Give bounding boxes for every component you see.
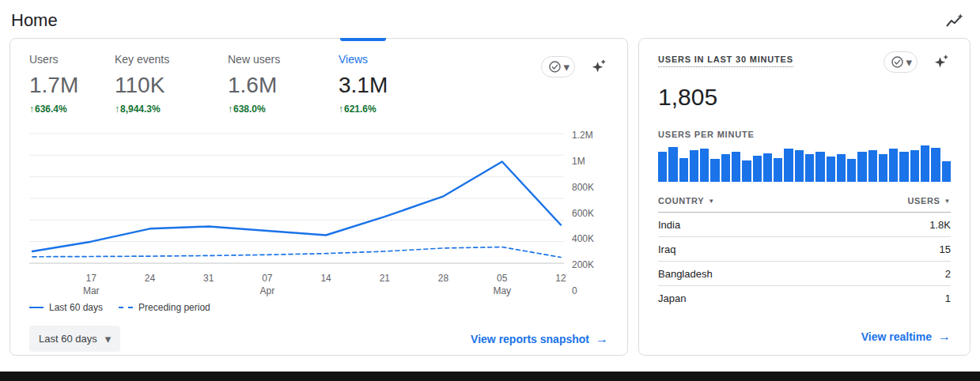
country-cell: Iraq — [658, 243, 675, 255]
users-per-minute-label: USERS PER MINUTE — [658, 130, 951, 139]
x-axis-tick: 14 — [320, 272, 331, 285]
x-axis-tick: 17Mar — [83, 272, 100, 297]
minute-bar — [658, 152, 667, 182]
users-column-header[interactable]: USERS ▼ — [908, 196, 951, 206]
realtime-table-header: COUNTRY ▼ USERS ▼ — [658, 196, 951, 213]
metric-tab-new-users[interactable]: New users 1.6M ↑638.0% — [228, 53, 339, 115]
minute-bar — [690, 150, 698, 182]
metric-value: 1.6M — [228, 73, 339, 98]
minute-bar — [847, 159, 856, 182]
check-circle-icon — [548, 60, 562, 74]
home-overview-card: Users 1.7M ↑636.4% Key events 110K ↑8,94… — [9, 38, 628, 356]
minute-bar — [795, 150, 804, 182]
metric-label: Key events — [115, 53, 228, 66]
metric-tab-key-events[interactable]: Key events 110K ↑8,944.3% — [115, 53, 228, 115]
x-axis-tick: 24 — [145, 272, 155, 285]
minute-bar — [805, 154, 814, 182]
country-column-header[interactable]: COUNTRY ▼ — [658, 196, 715, 206]
arrow-forward-icon: → — [596, 332, 608, 346]
chevron-down-icon: ▾ — [563, 61, 569, 73]
date-range-button[interactable]: Last 60 days ▾ — [29, 326, 120, 352]
app-header: Home — [0, 0, 980, 38]
realtime-card: USERS IN LAST 30 MINUTES ▾ 1,805 — [638, 38, 971, 356]
y-axis-tick: 400K — [572, 233, 594, 244]
minute-bar — [942, 161, 951, 182]
minute-bar — [721, 154, 730, 182]
minute-bar — [710, 159, 719, 182]
country-cell: Japan — [658, 292, 686, 304]
x-axis-tick: 05May — [493, 272, 511, 297]
users-per-minute-chart — [658, 145, 951, 182]
arrow-forward-icon: → — [938, 330, 951, 344]
solid-line-swatch-icon — [29, 307, 44, 308]
metric-delta: ↑638.0% — [228, 104, 339, 115]
metric-value: 3.1M — [339, 73, 449, 98]
bottom-bar — [0, 372, 980, 381]
chevron-down-icon: ▾ — [105, 333, 112, 345]
y-axis: 1.2M1M800K600K400K200K0 — [564, 127, 608, 299]
minute-bar — [700, 149, 709, 182]
metric-tab-users[interactable]: Users 1.7M ↑636.4% — [29, 53, 115, 115]
page-title: Home — [11, 10, 58, 31]
minute-bar — [889, 149, 898, 182]
minute-bar — [910, 150, 919, 182]
x-axis: 17Mar243107Apr14212805May12 — [29, 272, 564, 299]
users-cell: 15 — [940, 243, 951, 255]
table-row: Iraq 15 — [658, 237, 951, 262]
minute-bar — [827, 157, 835, 182]
y-axis-tick: 1.2M — [572, 130, 593, 141]
country-cell: Bangladesh — [658, 268, 713, 280]
main-content: Users 1.7M ↑636.4% Key events 110K ↑8,94… — [0, 38, 980, 356]
minute-bar — [931, 148, 940, 182]
realtime-title: USERS IN LAST 30 MINUTES — [658, 55, 793, 67]
selected-tab-indicator — [340, 38, 386, 41]
metric-value: 110K — [115, 73, 228, 98]
minute-bar — [763, 153, 772, 182]
table-row: Japan 1 — [658, 286, 951, 310]
minute-bar — [679, 158, 688, 182]
view-realtime-link[interactable]: View realtime → — [861, 330, 951, 344]
table-row: India 1.8K — [658, 213, 951, 237]
users-cell: 2 — [945, 268, 951, 280]
chevron-down-icon: ▾ — [906, 56, 912, 68]
increase-arrow-icon: ↑ — [29, 104, 34, 115]
y-axis-tick: 0 — [572, 285, 577, 296]
increase-arrow-icon: ↑ — [339, 104, 343, 115]
line-chart-plot — [29, 127, 564, 270]
ai-sparkle-icon[interactable] — [588, 57, 608, 77]
minute-bar — [668, 147, 677, 182]
metric-tab-views[interactable]: Views 3.1M ↑621.6% — [339, 53, 449, 115]
chart-series-solid — [32, 162, 561, 252]
minute-bar — [899, 152, 908, 182]
users-last-30-min-count: 1,805 — [658, 84, 951, 111]
view-reports-snapshot-link[interactable]: View reports snapshot → — [471, 332, 608, 346]
data-quality-button[interactable]: ▾ — [884, 51, 918, 73]
insights-icon[interactable] — [944, 9, 966, 32]
dashed-line-swatch-icon — [119, 307, 133, 308]
x-axis-tick: 07Apr — [260, 272, 275, 297]
minute-bar — [742, 160, 751, 182]
increase-arrow-icon: ↑ — [115, 104, 119, 115]
users-cell: 1.8K — [929, 219, 951, 231]
x-axis-tick: 28 — [438, 272, 448, 285]
metric-label: Users — [29, 53, 115, 66]
minute-bar — [732, 152, 740, 182]
x-axis-tick: 21 — [380, 272, 390, 285]
ai-sparkle-icon[interactable] — [930, 52, 951, 73]
minute-bar — [837, 154, 846, 182]
metric-delta: ↑8,944.3% — [115, 104, 228, 115]
data-quality-button[interactable]: ▾ — [541, 56, 575, 77]
minute-bar — [921, 145, 929, 182]
metric-delta: ↑636.4% — [29, 104, 115, 115]
minute-bar — [815, 152, 824, 182]
y-axis-tick: 800K — [572, 182, 594, 193]
table-row: Bangladesh 2 — [658, 262, 951, 286]
chart-legend: Last 60 days Preceding period — [29, 302, 608, 313]
legend-preceding-period: Preceding period — [119, 302, 210, 313]
chart-series-dashed — [32, 247, 561, 258]
metric-value: 1.7M — [29, 73, 115, 98]
trend-zigzag-icon — [945, 11, 964, 30]
users-cell: 1 — [945, 292, 951, 304]
legend-current-period: Last 60 days — [29, 302, 103, 313]
country-cell: India — [658, 219, 680, 231]
